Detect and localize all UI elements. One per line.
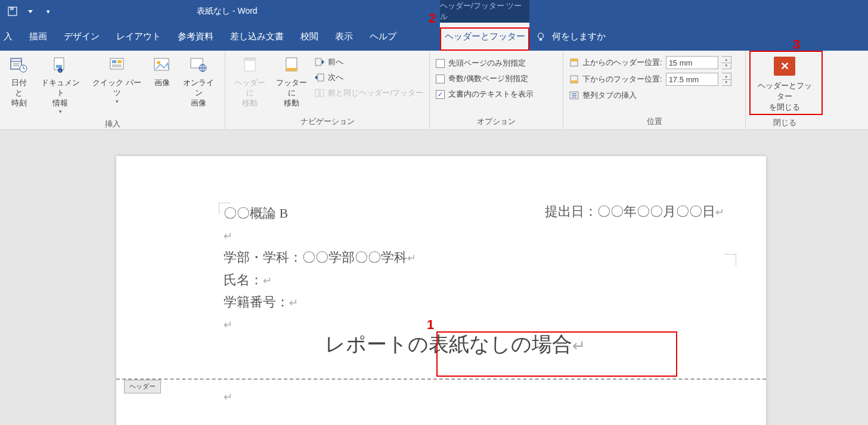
first-page-checkbox[interactable]: 先頭ページのみ別指定 [433, 55, 536, 71]
calendar-clock-icon [10, 55, 29, 75]
group-position: 上からのヘッダー位置: 15 mm ▲▼ 下からのフッター位置: 17.5 mm… [563, 51, 746, 129]
qat-customize-icon[interactable]: ▾ [42, 5, 55, 18]
footer-pos-input[interactable]: 17.5 mm [666, 73, 718, 86]
ribbon: 日付と 時刻 i ドキュメント 情報 ▾ クイック パーツ ▾ 画像 オンライン… [0, 51, 868, 130]
tab-insert-cut[interactable]: 入 [0, 23, 21, 51]
tab-mailings[interactable]: 差し込み文書 [222, 23, 292, 51]
group-close-label: 閉じる [746, 116, 823, 131]
document-info-icon: i [51, 55, 70, 75]
group-close: ✕ ヘッダーとフッター を閉じる 閉じる [746, 51, 823, 129]
svg-rect-16 [112, 60, 116, 63]
link-icon [315, 89, 324, 97]
goto-footer-button[interactable]: フッターに 移動 [271, 53, 312, 111]
svg-rect-29 [286, 68, 297, 71]
header-pos-label: 上からのヘッダー位置: [582, 57, 662, 68]
svg-rect-39 [571, 80, 578, 83]
group-options: 先頭ページのみ別指定 奇数/偶数ページ別指定 ✓ 文書内のテキストを表示 オプシ… [430, 51, 563, 129]
picture-icon [153, 55, 172, 75]
tab-design[interactable]: デザイン [55, 23, 108, 51]
checkbox-checked-icon: ✓ [436, 90, 445, 99]
datetime-button[interactable]: 日付と 時刻 [4, 53, 35, 111]
svg-rect-27 [244, 58, 255, 61]
tab-review[interactable]: 校閲 [292, 23, 327, 51]
tab-draw[interactable]: 描画 [21, 23, 55, 51]
group-nav-label: ナビゲーション [225, 115, 429, 129]
svg-point-2 [538, 33, 544, 38]
online-picture-icon [189, 55, 208, 75]
link-previous-button: 前と同じヘッダー/フッター [312, 85, 426, 101]
paragraph-mark-icon: ↵ [715, 206, 724, 218]
footer-pos-label: 下からのフッター位置: [582, 74, 662, 85]
lightbulb-icon [535, 32, 546, 42]
report-title: レポートの表紙なしの場合↵ [325, 331, 585, 358]
svg-rect-12 [56, 65, 62, 68]
svg-rect-1 [10, 7, 14, 10]
svg-rect-35 [320, 89, 324, 97]
date-text: 提出日：〇〇年〇〇月〇〇日↵ [545, 203, 724, 221]
contextual-tab-label: ヘッダー/フッター ツール [440, 0, 529, 23]
group-position-label: 位置 [563, 115, 745, 129]
paragraph-mark-icon: ↵ [289, 297, 298, 309]
svg-marker-31 [322, 60, 324, 64]
quick-access-toolbar: ▾ [0, 5, 55, 18]
goto-footer-icon [282, 55, 301, 75]
prev-button[interactable]: 前へ [312, 54, 426, 70]
course-text: 〇〇概論 B [224, 206, 288, 221]
paragraph-mark-icon: ↵ [572, 337, 585, 355]
align-tab-button[interactable]: 整列タブの挿入 [567, 88, 734, 103]
svg-rect-32 [318, 74, 324, 81]
svg-rect-15 [110, 58, 123, 69]
header-content[interactable]: 〇〇概論 B ↵ 学部・学科：〇〇学部〇〇学科↵ 氏名：↵ 学籍番号：↵ ↵ [224, 203, 730, 336]
footer-pos-icon [569, 75, 579, 84]
header-pos-spinner[interactable]: ▲▼ [722, 56, 731, 69]
checkbox-icon [436, 59, 445, 68]
annotation-3: 3 [793, 37, 800, 52]
picture-button[interactable]: 画像 [148, 53, 176, 91]
annotation-1: 1 [427, 317, 434, 333]
header-area[interactable]: 〇〇概論 B ↵ 学部・学科：〇〇学部〇〇学科↵ 氏名：↵ 学籍番号：↵ ↵ 提… [116, 156, 766, 380]
docinfo-button[interactable]: i ドキュメント 情報 ▾ [35, 53, 86, 117]
svg-rect-17 [117, 60, 122, 63]
group-options-label: オプション [430, 115, 563, 129]
tab-references[interactable]: 参考資料 [169, 23, 222, 51]
svg-rect-3 [540, 39, 542, 41]
prev-icon [315, 58, 324, 66]
header-pos-input[interactable]: 15 mm [666, 56, 718, 69]
ribbon-tabs: 入 描画 デザイン レイアウト 参考資料 差し込み文書 校閲 表示 ヘルプ ヘッ… [0, 23, 868, 51]
svg-rect-37 [571, 59, 578, 61]
tab-view[interactable]: 表示 [327, 23, 361, 51]
body-content[interactable]: ↵ [224, 389, 232, 404]
header-tag: ヘッダー [124, 380, 161, 393]
svg-text:i: i [60, 69, 61, 73]
dept-text: 学部・学科：〇〇学部〇〇学科 [224, 250, 407, 265]
next-icon [315, 73, 324, 82]
quickparts-button[interactable]: クイック パーツ ▾ [86, 53, 148, 107]
svg-rect-18 [112, 64, 122, 67]
paragraph-mark-icon: ↵ [224, 230, 232, 242]
tab-header-footer[interactable]: ヘッダーとフッター [440, 23, 529, 51]
odd-even-checkbox[interactable]: 奇数/偶数ページ別指定 [433, 71, 536, 86]
paragraph-mark-icon: ↵ [224, 319, 232, 331]
svg-point-20 [157, 61, 160, 64]
group-navigation: ヘッダーに 移動 フッターに 移動 前へ 次へ 前と同じヘッダー/フッター [225, 51, 430, 129]
next-button[interactable]: 次へ [312, 70, 426, 85]
header-pos-icon [569, 58, 579, 67]
qat-dropdown-icon[interactable] [24, 5, 37, 18]
page[interactable]: 〇〇概論 B ↵ 学部・学科：〇〇学部〇〇学科↵ 氏名：↵ 学籍番号：↵ ↵ 提… [116, 156, 766, 425]
tell-me[interactable]: 何をしますか [535, 31, 606, 42]
window-title: 表紙なし - Word [197, 6, 258, 17]
show-text-checkbox[interactable]: ✓ 文書内のテキストを表示 [433, 86, 536, 102]
online-picture-button[interactable]: オンライン 画像 [176, 53, 221, 111]
goto-header-icon [240, 55, 259, 75]
tab-layout[interactable]: レイアウト [108, 23, 169, 51]
paragraph-mark-icon: ↵ [263, 275, 272, 287]
save-icon[interactable] [6, 5, 19, 18]
name-text: 氏名： [224, 272, 263, 287]
goto-header-button: ヘッダーに 移動 [229, 53, 271, 111]
close-header-footer-button[interactable]: ✕ ヘッダーとフッター を閉じる [749, 53, 820, 116]
paragraph-mark-icon: ↵ [224, 391, 232, 403]
id-text: 学籍番号： [224, 294, 289, 309]
footer-pos-spinner[interactable]: ▲▼ [722, 73, 731, 86]
tab-help[interactable]: ヘルプ [361, 23, 405, 51]
document-canvas[interactable]: 〇〇概論 B ↵ 学部・学科：〇〇学部〇〇学科↵ 氏名：↵ 学籍番号：↵ ↵ 提… [0, 130, 868, 425]
